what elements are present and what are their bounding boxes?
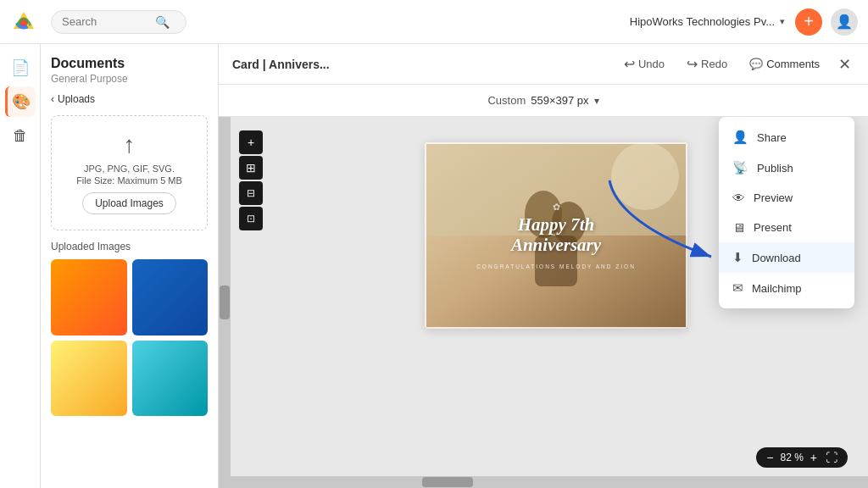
canvas-size-dropdown[interactable]: ▾	[594, 95, 599, 107]
card-text-overlay: ✿ Happy 7thAnniversary CONGRATULATIONS M…	[425, 142, 687, 329]
sidebar-item-design[interactable]: 🎨	[5, 86, 36, 117]
download-icon: ⬇	[732, 250, 743, 265]
back-link[interactable]: ‹ Uploads	[51, 93, 208, 105]
preview-icon: 👁	[732, 191, 745, 205]
left-tools: + ⊞ ⊟ ⊡	[239, 130, 263, 230]
menu-publish-label: Publish	[757, 162, 793, 175]
element-tool[interactable]: ⊞	[239, 156, 263, 180]
uploaded-image-4[interactable]	[132, 341, 209, 417]
menu-preview-label: Preview	[754, 191, 793, 204]
uploaded-image-3[interactable]	[51, 341, 127, 417]
zoom-bar: − 82 % + ⛶	[756, 447, 848, 468]
user-avatar[interactable]: 👤	[831, 8, 858, 36]
layout-tool[interactable]: ⊡	[239, 207, 263, 230]
menu-present-label: Present	[754, 221, 792, 234]
back-chevron-icon: ‹	[51, 93, 54, 105]
mailchimp-icon: ✉	[732, 280, 743, 296]
add-button[interactable]: +	[795, 8, 822, 36]
close-button[interactable]: ✕	[835, 52, 854, 77]
scroll-bottom[interactable]	[231, 476, 868, 488]
trash-icon: 🗑	[13, 127, 28, 145]
menu-download-label: Download	[752, 252, 801, 264]
image-grid	[51, 259, 208, 416]
card-title: Happy 7thAnniversary	[511, 214, 601, 255]
canvas-content[interactable]: + ⊞ ⊟ ⊡	[219, 117, 868, 488]
menu-item-share[interactable]: 👤 Share	[719, 122, 854, 152]
company-chevron-icon[interactable]: ▾	[780, 16, 785, 27]
uploaded-image-1[interactable]	[51, 259, 127, 336]
file-icon: 📄	[11, 58, 30, 77]
menu-item-preview[interactable]: 👁 Preview	[719, 183, 854, 213]
upload-images-button[interactable]: Upload Images	[82, 192, 176, 214]
zoom-out-button[interactable]: −	[765, 451, 775, 464]
zoom-plus-tool[interactable]: +	[239, 130, 263, 154]
design-card[interactable]: ✿ Happy 7thAnniversary CONGRATULATIONS M…	[425, 142, 687, 329]
navbar: 🔍 HipoWorks Technologies Pv... ▾ + 👤	[0, 0, 868, 44]
sidebar-item-file[interactable]: 📄	[5, 53, 36, 83]
design-icon: 🎨	[12, 92, 31, 111]
publish-icon: 📡	[732, 160, 748, 175]
file-size-label: File Size: Maximum 5 MB	[62, 175, 197, 186]
present-icon: 🖥	[732, 220, 745, 235]
expand-button[interactable]: ⛶	[824, 451, 839, 464]
card-decoration: ✿	[553, 202, 560, 213]
app-logo[interactable]	[10, 8, 37, 36]
company-name: HipoWorks Technologies Pv...	[630, 15, 775, 28]
comments-label: Comments	[766, 58, 820, 70]
menu-item-mailchimp[interactable]: ✉ Mailchimp	[719, 273, 854, 303]
comments-icon: 💬	[749, 58, 763, 70]
uploaded-image-2[interactable]	[132, 259, 209, 336]
undo-button[interactable]: ↩ Undo	[617, 53, 671, 75]
card-subtitle: CONGRATULATIONS MELODY AND ZION	[476, 263, 636, 269]
search-input[interactable]	[62, 15, 155, 28]
upload-icon: ↑	[62, 131, 197, 158]
back-label: Uploads	[58, 93, 95, 105]
icon-sidebar: 📄 🎨 🗑	[0, 44, 41, 488]
search-bar[interactable]: 🔍	[51, 10, 186, 34]
menu-item-download[interactable]: ⬇ Download	[719, 242, 854, 273]
zoom-level: 82 %	[780, 452, 803, 463]
undo-label: Undo	[638, 58, 665, 70]
main-layout: 📄 🎨 🗑 Documents General Purpose ‹ Upload…	[0, 44, 868, 488]
upload-box: ↑ JPG, PNG, GIF, SVG. File Size: Maximum…	[51, 115, 208, 230]
canvas-title: Card | Annivers...	[232, 58, 330, 71]
menu-item-publish[interactable]: 📡 Publish	[719, 152, 854, 183]
comments-button[interactable]: 💬 Comments	[743, 54, 826, 74]
file-types-label: JPG, PNG, GIF, SVG.	[62, 164, 197, 174]
left-panel: Documents General Purpose ‹ Uploads ↑ JP…	[41, 44, 219, 488]
canvas-size-custom: Custom	[487, 94, 526, 107]
scroll-left[interactable]	[219, 117, 231, 488]
redo-button[interactable]: ↪ Redo	[680, 53, 734, 75]
panel-title: Documents	[51, 56, 208, 71]
redo-label: Redo	[701, 58, 727, 70]
panel-subtitle: General Purpose	[51, 73, 208, 85]
canvas-toolbar: Card | Annivers... ↩ Undo ↪ Redo 💬 Comme…	[219, 44, 868, 85]
grid-tool[interactable]: ⊟	[239, 181, 263, 205]
menu-share-label: Share	[757, 131, 787, 144]
menu-item-present[interactable]: 🖥 Present	[719, 213, 854, 242]
undo-icon: ↩	[624, 56, 635, 72]
share-icon: 👤	[732, 130, 748, 145]
redo-icon: ↪	[687, 56, 698, 72]
zoom-in-button[interactable]: +	[809, 451, 819, 464]
dropdown-menu: 👤 Share 📡 Publish 👁 Preview 🖥 Present ⬇	[719, 117, 854, 308]
search-icon: 🔍	[155, 15, 170, 29]
menu-mailchimp-label: Mailchimp	[752, 282, 802, 295]
uploaded-images-label: Uploaded Images	[51, 241, 208, 252]
canvas-area: Card | Annivers... ↩ Undo ↪ Redo 💬 Comme…	[219, 44, 868, 488]
canvas-sub-toolbar: Custom 559×397 px ▾	[219, 85, 868, 117]
sidebar-item-trash[interactable]: 🗑	[5, 120, 36, 151]
canvas-size-value: 559×397 px	[531, 94, 588, 107]
